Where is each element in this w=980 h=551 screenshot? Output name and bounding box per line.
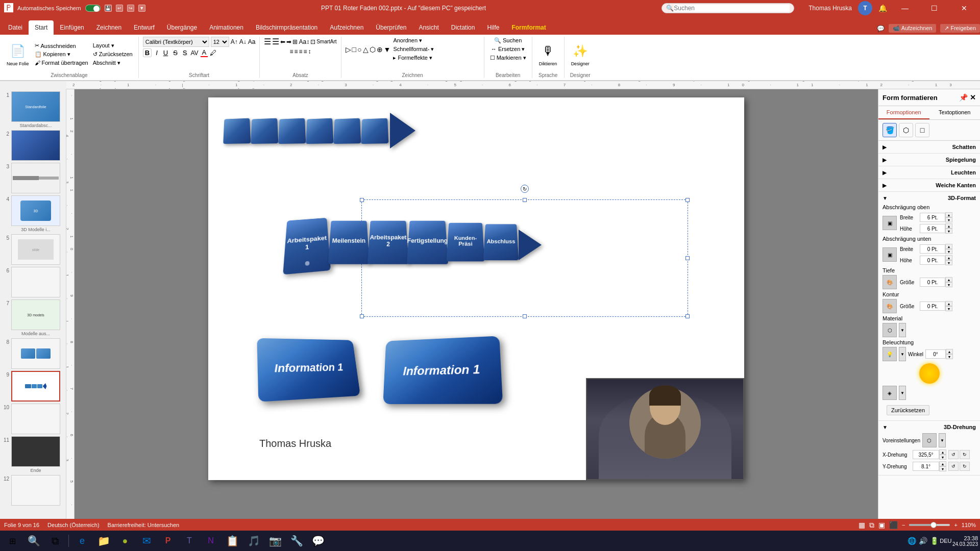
view-normal-icon[interactable]: ▦ bbox=[859, 521, 865, 529]
taskbar-outlook-icon[interactable]: ✉ bbox=[136, 532, 157, 550]
winkel-up[interactable]: ▲ bbox=[946, 349, 953, 354]
tiefe-groesse-input[interactable] bbox=[920, 278, 945, 287]
rotate-handle[interactable]: ↻ bbox=[521, 185, 529, 193]
list-bullet-button[interactable]: ☰ bbox=[264, 37, 271, 46]
strikethrough-button[interactable]: S bbox=[172, 49, 179, 57]
winkel-down[interactable]: ▼ bbox=[946, 354, 953, 359]
suchen-button[interactable]: 🔍 Suchen bbox=[493, 37, 523, 44]
panel-icon-effects[interactable]: □ bbox=[915, 123, 929, 137]
columns-button[interactable]: ⊞ bbox=[292, 38, 298, 45]
section-schatten-header[interactable]: ▶ Schatten bbox=[878, 141, 980, 153]
taskbar-icon-8[interactable]: 🎵 bbox=[243, 532, 264, 550]
tab-uebergaenge[interactable]: Übergänge bbox=[161, 20, 203, 35]
shape-arbeitspaket1[interactable]: Arbeitspaket1 bbox=[283, 218, 331, 274]
slide-thumb-2[interactable]: 2 bbox=[2, 130, 64, 161]
font-grow-icon[interactable]: A↑ bbox=[231, 38, 238, 45]
minimize-button[interactable]: — bbox=[893, 0, 917, 16]
list-num-button[interactable]: ☰ bbox=[272, 37, 279, 46]
tab-hilfe[interactable]: Hilfe bbox=[481, 20, 505, 35]
taskbar-search-icon[interactable]: 🔍 bbox=[23, 532, 44, 550]
tray-battery-icon[interactable]: 🔋 bbox=[930, 536, 939, 545]
unten-hoehe-input[interactable] bbox=[920, 256, 945, 265]
tab-formformat[interactable]: Formformat bbox=[505, 20, 552, 35]
shape-abschluss[interactable]: Abschluss bbox=[483, 224, 519, 260]
slide-thumb-11[interactable]: 11 Ende bbox=[2, 436, 64, 473]
indent-more-button[interactable]: ➡ bbox=[286, 38, 291, 45]
tab-aufzeichnen[interactable]: Aufzeichnen bbox=[324, 20, 370, 35]
redo-button[interactable]: ↪ bbox=[127, 5, 134, 12]
freigeben-btn[interactable]: ↗ Freigeben bbox=[940, 24, 980, 33]
language-indicator[interactable]: Deutsch (Österreich) bbox=[47, 522, 99, 528]
tab-zeichnen[interactable]: Zeichnen bbox=[90, 20, 128, 35]
tray-network-icon[interactable]: 🌐 bbox=[908, 536, 917, 545]
handle-tl[interactable] bbox=[360, 198, 364, 202]
zoom-slider[interactable] bbox=[909, 524, 950, 526]
taskbar-edge-icon[interactable]: e bbox=[72, 532, 92, 550]
tab-ueberpruefen[interactable]: Überprüfen bbox=[370, 20, 412, 35]
handle-tc[interactable] bbox=[523, 198, 527, 202]
zoom-level[interactable]: 110% bbox=[962, 522, 976, 528]
tiefe-groesse-down[interactable]: ▼ bbox=[945, 282, 952, 287]
taskbar-taskview-icon[interactable]: ⧉ bbox=[45, 532, 65, 550]
material-dropdown[interactable]: ▼ bbox=[899, 323, 906, 337]
xdrehung-up[interactable]: ▲ bbox=[939, 449, 946, 455]
taskbar-icon-10[interactable]: 🔧 bbox=[286, 532, 307, 550]
tab-start[interactable]: Start bbox=[29, 20, 54, 35]
voreinstellungen-btn[interactable]: ⬡ bbox=[922, 433, 937, 447]
tab-entwurf[interactable]: Entwurf bbox=[128, 20, 161, 35]
slide-thumb-8[interactable]: 8 bbox=[2, 338, 64, 369]
kontur-groesse-down[interactable]: ▼ bbox=[945, 306, 952, 311]
textrichtung-button[interactable]: Aa↕ bbox=[299, 38, 309, 45]
close-button[interactable]: ✕ bbox=[952, 0, 976, 16]
shape-icon-6[interactable]: ⊕ bbox=[377, 45, 383, 54]
clock-widget[interactable]: 23:38 24.03.2023 bbox=[952, 535, 978, 547]
ydrehung-down[interactable]: ▼ bbox=[939, 466, 946, 471]
zoom-out-btn[interactable]: − bbox=[902, 522, 905, 528]
font-shrink-icon[interactable]: A↓ bbox=[239, 38, 247, 45]
kontur-groesse-up[interactable]: ▲ bbox=[945, 301, 952, 306]
beleuchtung-preset-dropdown[interactable]: ▼ bbox=[899, 386, 906, 400]
ydrehung-input[interactable] bbox=[913, 462, 939, 471]
shadow-button[interactable]: S bbox=[181, 49, 189, 57]
kontur-groesse-input[interactable] bbox=[920, 302, 945, 311]
comments-icon[interactable]: 💬 bbox=[877, 25, 885, 32]
shape-kundenpraesi[interactable]: Kunden-Präsi bbox=[446, 223, 484, 262]
bold-button[interactable]: B bbox=[143, 48, 152, 57]
font-color-button[interactable]: A bbox=[201, 48, 208, 57]
xdrehung-ccw[interactable]: ↺ bbox=[948, 450, 959, 459]
align-center-button[interactable]: ≡ bbox=[295, 48, 298, 55]
tab-textoptionen[interactable]: Textoptionen bbox=[929, 106, 981, 119]
slide-img-4[interactable]: 3D bbox=[11, 195, 60, 226]
view-present-icon[interactable]: ⬛ bbox=[889, 521, 898, 529]
ersetzen-button[interactable]: ↔ Ersetzen ▾ bbox=[489, 45, 527, 53]
shapes-more-button[interactable]: ▼ bbox=[384, 45, 391, 54]
beleuchtung-preset-btn[interactable]: ◈ bbox=[883, 386, 897, 400]
tab-ansicht[interactable]: Ansicht bbox=[412, 20, 445, 35]
maximize-button[interactable]: ☐ bbox=[923, 0, 946, 16]
material-btn[interactable]: ⬡ bbox=[883, 323, 897, 337]
tab-praesentation[interactable]: Bildschirmpräsentation bbox=[250, 20, 324, 35]
taskbar-powerpoint-icon[interactable]: P bbox=[158, 532, 178, 550]
slide-img-2[interactable] bbox=[11, 130, 60, 161]
diktieren-button[interactable]: 🎙 Diktieren bbox=[536, 40, 560, 68]
oben-hoehe-down[interactable]: ▼ bbox=[945, 229, 952, 234]
tray-lang-indicator[interactable]: DEU bbox=[941, 536, 950, 545]
indent-less-button[interactable]: ⬅ bbox=[280, 38, 285, 45]
shape-icon-4[interactable]: △ bbox=[363, 45, 369, 54]
tray-sound-icon[interactable]: 🔊 bbox=[919, 536, 928, 545]
handle-bc[interactable] bbox=[523, 314, 527, 318]
beleuchtung-dropdown[interactable]: ▼ bbox=[899, 347, 906, 361]
undo-button[interactable]: ↩ bbox=[116, 5, 123, 12]
unten-breite-input[interactable] bbox=[920, 244, 945, 254]
abschraegungunten-preset[interactable]: ▣ bbox=[883, 247, 897, 262]
slide-img-5[interactable]: slide bbox=[11, 234, 60, 265]
kontur-color-btn[interactable]: 🎨 bbox=[883, 299, 897, 313]
slide-thumb-9[interactable]: 9 bbox=[2, 371, 64, 402]
linespacing-button[interactable]: ↕ bbox=[308, 48, 311, 55]
slide-img-1[interactable]: Standardfolie bbox=[11, 91, 60, 122]
shape-icon-2[interactable]: □ bbox=[352, 45, 356, 54]
handle-tr[interactable] bbox=[685, 198, 690, 202]
taskbar-icon-9[interactable]: 📷 bbox=[265, 532, 285, 550]
slide-thumb-5[interactable]: 5 slide bbox=[2, 234, 64, 265]
taskbar-explorer-icon[interactable]: 📁 bbox=[93, 532, 114, 550]
